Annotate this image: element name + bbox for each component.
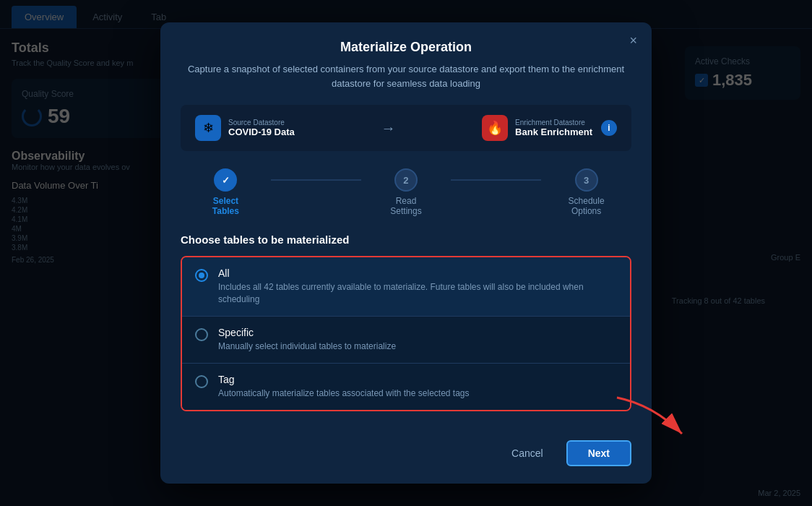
option-tag-label: Tag xyxy=(218,374,470,385)
close-button[interactable]: × xyxy=(629,34,637,47)
radio-all xyxy=(195,269,208,282)
source-name: COVID-19 Data xyxy=(228,126,295,137)
step-2-sublabel: Settings xyxy=(390,206,421,216)
info-icon[interactable]: i xyxy=(601,120,617,136)
radio-tag xyxy=(195,375,208,388)
steps-row: ✓ Select Tables 2 Read Settings 3 Schedu… xyxy=(181,168,631,216)
option-all-label: All xyxy=(218,267,617,279)
modal-title: Materialize Operation xyxy=(181,40,631,55)
radio-all-inner xyxy=(199,273,204,278)
modal-dialog: Materialize Operation Capture a snapshot… xyxy=(160,22,652,483)
step-3-sublabel: Options xyxy=(571,206,601,216)
step-1-label: Select xyxy=(213,196,238,206)
choose-title: Choose tables to be materialized xyxy=(181,233,631,246)
option-all[interactable]: All Includes all 42 tables currently ava… xyxy=(182,257,630,317)
enrichment-datastore-item: 🔥 Enrichment Datastore Bank Enrichment xyxy=(482,115,592,141)
option-all-text: All Includes all 42 tables currently ava… xyxy=(218,267,617,306)
source-datastore-item: ❄ Source Datastore COVID-19 Data xyxy=(195,115,295,141)
option-specific-desc: Manually select individual tables to mat… xyxy=(218,340,396,353)
option-tag[interactable]: Tag Automatically materialize tables ass… xyxy=(182,364,630,410)
option-all-desc: Includes all 42 tables currently availab… xyxy=(218,281,617,306)
options-container: All Includes all 42 tables currently ava… xyxy=(181,256,631,411)
modal-header: Materialize Operation Capture a snapshot… xyxy=(160,22,652,90)
source-type-label: Source Datastore xyxy=(228,119,295,126)
modal-subtitle: Capture a snapshot of selected container… xyxy=(181,62,631,90)
enrichment-datastore-icon: 🔥 xyxy=(482,115,508,141)
enrichment-datastore-info: Enrichment Datastore Bank Enrichment xyxy=(515,119,592,137)
source-datastore-icon: ❄ xyxy=(195,115,221,141)
option-specific-label: Specific xyxy=(218,327,396,338)
datastore-row: ❄ Source Datastore COVID-19 Data → 🔥 Enr… xyxy=(181,105,631,151)
step-3-circle: 3 xyxy=(575,168,598,192)
step-1-sublabel: Tables xyxy=(212,206,239,216)
modal-body: Choose tables to be materialized All Inc… xyxy=(160,233,652,428)
step-1-circle: ✓ xyxy=(214,168,237,192)
modal-overlay: Materialize Operation Capture a snapshot… xyxy=(0,0,812,506)
option-specific[interactable]: Specific Manually select individual tabl… xyxy=(182,317,630,364)
step-line-1 xyxy=(271,179,361,181)
step-2-label: Read xyxy=(396,196,417,206)
step-2-circle: 2 xyxy=(394,168,418,192)
option-specific-text: Specific Manually select individual tabl… xyxy=(218,327,396,353)
option-tag-text: Tag Automatically materialize tables ass… xyxy=(218,374,470,400)
enrichment-name: Bank Enrichment xyxy=(515,126,592,137)
option-tag-desc: Automatically materialize tables associa… xyxy=(218,387,470,400)
cancel-button[interactable]: Cancel xyxy=(500,442,555,465)
step-3: 3 Schedule Options xyxy=(541,168,631,216)
modal-footer: Cancel Next xyxy=(160,429,652,484)
step-2: 2 Read Settings xyxy=(361,168,452,216)
step-1: ✓ Select Tables xyxy=(181,168,271,216)
step-line-2 xyxy=(451,179,541,181)
arrow-icon: → xyxy=(303,120,473,137)
step-3-label: Schedule xyxy=(569,196,605,206)
next-button[interactable]: Next xyxy=(566,440,631,466)
source-datastore-info: Source Datastore COVID-19 Data xyxy=(228,119,295,137)
radio-specific xyxy=(195,328,208,341)
enrichment-type-label: Enrichment Datastore xyxy=(515,119,592,126)
